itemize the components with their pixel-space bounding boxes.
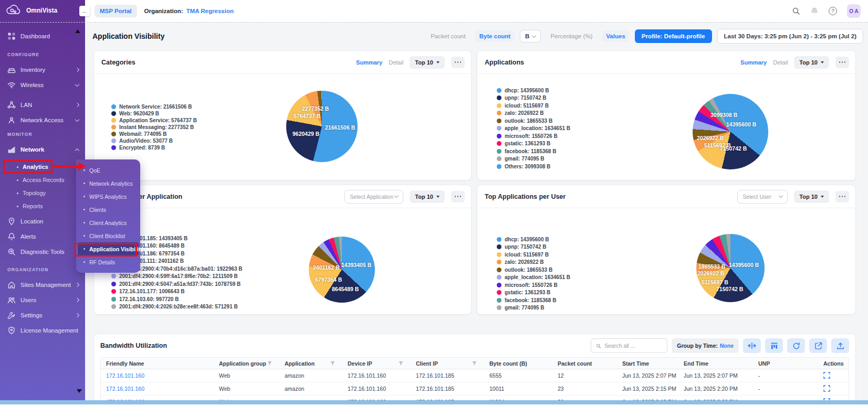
legend-item[interactable]: Others: 3099308 B — [497, 163, 570, 170]
top-n-dropdown[interactable]: Top 10 — [410, 190, 445, 203]
categories-pie-chart[interactable]: 2277352 B 5764737 B 9620429 B 21661506 B — [286, 91, 358, 162]
search-input[interactable] — [604, 343, 662, 349]
notifications-bell-icon[interactable] — [810, 7, 819, 15]
summary-tab[interactable]: Summary — [740, 59, 767, 66]
legend-item[interactable]: gmail: 774095 B — [497, 304, 570, 312]
unit-dropdown[interactable]: B — [520, 30, 541, 42]
column-header-start-time[interactable]: Start Time — [617, 360, 678, 367]
filter-icon[interactable] — [472, 361, 477, 366]
avatar[interactable]: O A — [847, 4, 861, 18]
flyout-menu-item[interactable]: QoE — [76, 164, 140, 177]
friendly-name-link[interactable]: 172.16.101.160 — [101, 372, 214, 379]
sidebar-item-network[interactable]: Network — [0, 143, 85, 156]
sidebar-item-network-access[interactable]: Network Access — [0, 114, 85, 126]
top-apps-user-pie-chart[interactable]: 14395600 B 1865533 B 2026922 B 5115697 B… — [696, 234, 765, 302]
top-n-dropdown[interactable]: Top 10 — [794, 190, 829, 203]
legend-item[interactable]: Network Service: 21661506 B — [111, 103, 197, 110]
flyout-menu-item[interactable]: Client Blocklist — [76, 229, 140, 242]
friendly-name-link[interactable]: 172.16.101.160 — [101, 386, 214, 392]
sidebar-item-lan[interactable]: LAN — [0, 99, 85, 111]
flyout-menu-item[interactable]: RF Details — [76, 255, 140, 269]
sidebar-item-license-management[interactable]: License Management — [0, 324, 85, 337]
byte-count-toggle[interactable]: Byte count — [475, 30, 515, 42]
sidebar-item-dashboard[interactable]: Dashboard — [0, 30, 85, 42]
select-user-dropdown[interactable]: Select User — [737, 190, 788, 204]
column-header-unp[interactable]: UNP — [740, 360, 804, 367]
legend-item[interactable]: zalo: 2026922 B — [497, 259, 570, 266]
legend-item[interactable]: Webmail: 774095 B — [111, 131, 197, 137]
legend-item[interactable]: facebook: 1185368 B — [497, 147, 570, 155]
legend-item[interactable]: 2001:df4:2900:4:5047:a51a:fd37:743b: 107… — [111, 280, 243, 288]
sidebar-item-inventory[interactable]: Inventory — [0, 63, 85, 76]
sidebar-item-diagnostic-tools[interactable]: Diagnostic Tools — [0, 245, 85, 258]
column-header-device-ip[interactable]: Device IP — [342, 360, 411, 367]
organization-value-link[interactable]: TMA Regression — [186, 8, 234, 14]
column-header-application[interactable]: Application — [279, 360, 342, 367]
legend-item[interactable]: gstatic: 1361293 B — [497, 289, 570, 297]
column-header-client-ip[interactable]: Client IP — [411, 360, 484, 367]
legend-item[interactable]: 172.16.103.60: 997720 B — [111, 295, 243, 303]
legend-item[interactable]: Web: 9620429 B — [111, 110, 197, 117]
sidebar-item-alerts[interactable]: Alerts — [0, 230, 85, 243]
legend-item[interactable]: microsoft: 1550726 B — [497, 132, 570, 140]
detail-tab[interactable]: Detail — [773, 59, 788, 66]
top-n-dropdown[interactable]: Top 10 — [410, 56, 445, 69]
legend-item[interactable]: dhcp: 14395600 B — [497, 236, 570, 243]
legend-item[interactable]: gmail: 774095 B — [497, 155, 570, 163]
flyout-menu-item[interactable]: Clients — [76, 203, 140, 216]
export-button[interactable] — [831, 338, 849, 353]
sidebar-item-settings[interactable]: Settings — [0, 309, 85, 322]
legend-item[interactable]: gstatic: 1361293 B — [497, 140, 570, 148]
date-range-picker[interactable]: Last 30 Days: 3:25 pm (Jun 2) - 3:25 pm … — [717, 29, 863, 44]
flyout-menu-item[interactable]: Network Analytics — [76, 177, 140, 190]
sidebar-item-sites-management[interactable]: Sites Management — [0, 279, 85, 291]
percentage-toggle[interactable]: Percentage (%) — [546, 30, 597, 42]
expand-row-button[interactable] — [823, 385, 830, 392]
applications-pie-chart[interactable]: 3099308 B 14395600 B 2026922 B 5115697 B… — [693, 94, 768, 169]
column-header-friendly-name[interactable]: Friendly Name — [101, 360, 214, 367]
filter-icon[interactable] — [267, 361, 272, 366]
top-n-dropdown[interactable]: Top 10 — [794, 56, 829, 69]
sidebar-subitem-reports[interactable]: Reports — [0, 200, 85, 212]
summary-tab[interactable]: Summary — [356, 59, 382, 66]
profile-button[interactable]: Profile: Default-profile — [635, 29, 712, 43]
top-users-pie-chart[interactable]: 14393405 B 2401162 B 6797354 B 8645489 B — [309, 237, 375, 303]
legend-item[interactable]: 2001:df4:2900:4:59ff:6a17:8f6e:70b2: 121… — [111, 273, 243, 281]
column-header-byte-count[interactable]: Byte count (B) — [484, 360, 552, 367]
legend-item[interactable]: 2001:df4:2900:4:2026:b28e:ee8f:463d: 571… — [111, 303, 243, 311]
legend-item[interactable]: icloud: 5115697 B — [497, 251, 570, 259]
more-options-button[interactable] — [835, 57, 849, 68]
legend-item[interactable]: apple_location: 1634651 B — [497, 274, 570, 282]
select-application-dropdown[interactable]: Select Application — [344, 190, 403, 204]
legend-item[interactable]: icloud: 5115697 B — [497, 102, 570, 110]
filter-icon[interactable] — [399, 361, 403, 366]
more-options-button[interactable] — [835, 191, 849, 202]
legend-item[interactable]: outlook: 1865533 B — [497, 117, 570, 125]
sidebar-item-wireless[interactable]: Wireless — [0, 79, 85, 91]
msp-portal-button[interactable]: MSP Portal — [95, 5, 137, 17]
expand-row-button[interactable] — [823, 372, 830, 379]
refresh-button[interactable] — [787, 338, 805, 353]
sidebar-item-location[interactable]: Location — [0, 215, 85, 228]
sidebar-scroll-up-icon[interactable] — [75, 29, 80, 33]
column-header-packet-count[interactable]: Packet count — [552, 360, 617, 367]
flyout-menu-item[interactable]: Client Analytics — [76, 216, 140, 229]
legend-item[interactable]: microsoft: 1550726 B — [497, 281, 570, 289]
legend-item[interactable]: apple_location: 1634651 B — [497, 125, 570, 133]
legend-item[interactable]: facebook: 1185368 B — [497, 296, 570, 304]
detail-tab[interactable]: Detail — [389, 59, 403, 66]
column-header-end-time[interactable]: End Time — [678, 360, 740, 367]
filter-icon[interactable] — [330, 361, 335, 366]
column-header-application-group[interactable]: Application group — [214, 360, 279, 367]
group-by-time-button[interactable]: Group by Time: None — [672, 338, 739, 353]
legend-item[interactable]: Application Service: 5764737 B — [111, 117, 197, 124]
legend-item[interactable]: Audio/Video: 53077 B — [111, 137, 197, 144]
legend-item[interactable]: dhcp: 14395600 B — [497, 87, 570, 94]
legend-item[interactable]: Instant Messaging: 2277352 B — [111, 124, 197, 131]
sidebar-subitem-access-records[interactable]: Access Records — [0, 174, 85, 186]
values-toggle[interactable]: Values — [602, 30, 629, 42]
legend-item[interactable]: upnp: 7150742 B — [497, 94, 570, 102]
packet-count-toggle[interactable]: Packet count — [426, 30, 469, 42]
help-icon[interactable]: ? — [829, 7, 837, 15]
flyout-menu-item[interactable]: WIPS Analytics — [76, 190, 140, 203]
